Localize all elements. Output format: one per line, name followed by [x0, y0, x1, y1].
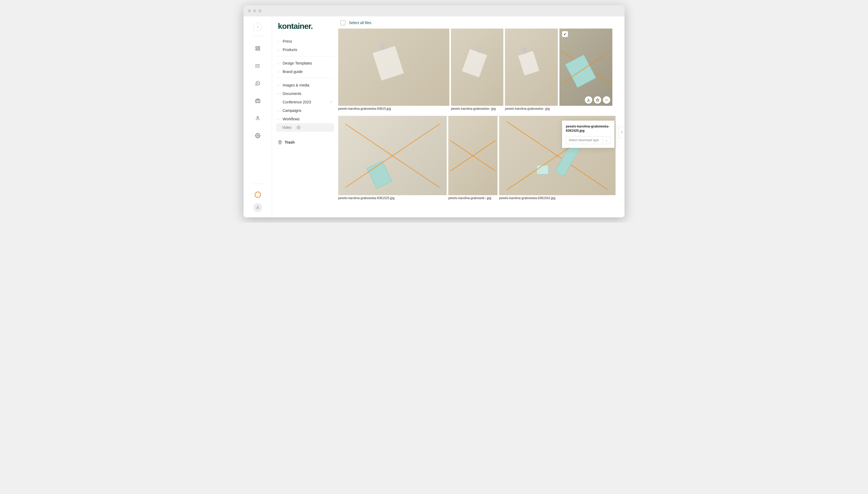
nav-section-2: ›Design Templates ›Brand guide: [276, 59, 334, 78]
nav-item-press[interactable]: ›Press: [276, 37, 334, 45]
help-icon[interactable]: [255, 191, 261, 198]
nav-label: Conference 2023: [283, 100, 311, 104]
svg-marker-16: [596, 98, 599, 101]
nav-item-trash[interactable]: Trash: [276, 136, 334, 148]
svg-rect-1: [258, 46, 260, 48]
svg-point-14: [298, 127, 299, 128]
nav-label: Brand guide: [283, 70, 303, 74]
nav-item-brand-guide[interactable]: ›Brand guide: [276, 68, 334, 76]
svg-point-7: [256, 64, 256, 65]
nav-item-products[interactable]: ›Products: [276, 45, 334, 54]
file-name: pexels-karolina-grabowska~.jpg: [451, 106, 503, 113]
list-icon[interactable]: [253, 61, 262, 71]
app-body: kontainer. ›Press ›Products ›Design Temp…: [243, 16, 625, 217]
chevron-right-icon: ›: [278, 40, 280, 43]
product-shape: [565, 55, 596, 88]
nav-item-workflows[interactable]: ›Workflows: [276, 115, 334, 123]
tile-actions: [585, 96, 610, 104]
select-all-row: Select all files: [338, 20, 625, 28]
popover-filename: pexels-karolina-grabowska-8361520.jpg: [566, 124, 611, 133]
nav-item-conference-2023[interactable]: Conference 2023⠿: [276, 98, 334, 106]
settings-icon[interactable]: [253, 131, 262, 140]
nav-label: Products: [283, 48, 297, 52]
trash-icon: [278, 140, 282, 145]
nav-section-3: ›Images & media ›Documents Conference 20…: [276, 81, 334, 134]
select-all-label: Select all files: [349, 21, 372, 25]
back-button[interactable]: [254, 23, 262, 31]
svg-point-18: [606, 100, 607, 100]
svg-point-17: [605, 100, 606, 100]
sidebar: kontainer. ›Press ›Products ›Design Temp…: [272, 16, 338, 217]
file-thumbnail: [451, 28, 503, 106]
file-thumbnail: [338, 116, 447, 195]
chevron-right-icon: ›: [278, 109, 280, 112]
select-all-checkbox[interactable]: [340, 20, 346, 25]
briefcase-icon[interactable]: [253, 96, 262, 106]
window-close-dot[interactable]: [248, 9, 251, 13]
nav-item-images-media[interactable]: ›Images & media: [276, 81, 334, 89]
download-popover: pexels-karolina-grabowska-8361520.jpg Se…: [562, 120, 614, 148]
product-shape: [462, 49, 487, 78]
select-placeholder: Select download type: [569, 138, 599, 142]
svg-point-9: [256, 67, 256, 68]
product-shape: [536, 165, 549, 174]
file-tile[interactable]: pexels-karolina-grabowska-8361525.jpg: [338, 116, 447, 203]
drag-handle-icon[interactable]: ⠿: [330, 100, 332, 104]
file-thumbnail: [338, 28, 449, 106]
svg-point-11: [257, 116, 259, 118]
grid-icon[interactable]: [253, 44, 262, 53]
file-grid: pexels-karolina-grabowska-83615.jpg pexe…: [338, 28, 625, 203]
more-icon[interactable]: [603, 96, 610, 104]
product-shape: [372, 46, 404, 81]
nav-label: Campaigns: [283, 109, 301, 113]
svg-point-19: [607, 100, 608, 100]
rail-bottom: [253, 184, 263, 212]
file-name: pexels-karolina-grabowsk~.jpg: [448, 195, 498, 203]
nav-item-documents[interactable]: ›Documents: [276, 89, 334, 98]
svg-rect-2: [256, 49, 257, 51]
chat-icon[interactable]: [253, 78, 262, 88]
file-tile[interactable]: pexels-karolina-grabowska~.jpg: [505, 28, 558, 113]
nav-item-video[interactable]: Video: [276, 123, 334, 132]
file-name: pexels-karolina-grabowska-8361525.jpg: [338, 195, 447, 203]
file-tile[interactable]: pexels-karolina-grabowsk~.jpg: [448, 116, 498, 203]
nav-item-campaigns[interactable]: ›Campaigns: [276, 106, 334, 115]
chevron-right-icon: ›: [278, 70, 280, 73]
logo: kontainer.: [276, 22, 334, 31]
window-titlebar: [243, 5, 625, 16]
download-type-select[interactable]: Select download type ⌄: [566, 136, 611, 144]
trash-label: Trash: [285, 140, 295, 145]
window-min-dot[interactable]: [253, 9, 256, 13]
download-icon[interactable]: [585, 96, 592, 104]
svg-rect-3: [258, 49, 260, 51]
nav-label: Images & media: [283, 83, 309, 87]
star-icon[interactable]: [594, 96, 601, 104]
chevron-down-icon: ⌄: [603, 138, 608, 142]
gear-icon[interactable]: [297, 126, 300, 129]
file-name: pexels-karolina-grabowska-8361542.jpg: [499, 195, 615, 203]
app-window: kontainer. ›Press ›Products ›Design Temp…: [243, 5, 625, 217]
chevron-right-icon: ›: [278, 92, 280, 95]
file-tile[interactable]: pexels-karolina-grabowska~.jpg: [451, 28, 503, 113]
file-thumbnail: ✓: [559, 28, 612, 106]
file-thumbnail: [448, 116, 498, 195]
content-area: Select all files pexels-karolina-grabows…: [338, 16, 625, 217]
nav-item-design-templates[interactable]: ›Design Templates: [276, 59, 334, 68]
file-tile[interactable]: ✓: [559, 28, 612, 113]
file-tile[interactable]: pexels-karolina-grabowska-83615.jpg: [338, 28, 449, 113]
svg-point-8: [256, 65, 256, 66]
chevron-right-icon: ›: [278, 83, 280, 87]
selection-check-icon[interactable]: ✓: [562, 31, 568, 37]
window-max-dot[interactable]: [258, 9, 261, 13]
product-shape: [518, 51, 540, 76]
user-icon[interactable]: [253, 113, 262, 123]
nav-label: Workflows: [283, 117, 299, 121]
svg-point-13: [257, 206, 258, 208]
svg-rect-0: [256, 46, 257, 48]
product-shape: [367, 161, 392, 189]
avatar[interactable]: [253, 203, 262, 212]
side-panel-toggle[interactable]: [619, 127, 625, 138]
file-name: pexels-karolina-grabowska~.jpg: [505, 106, 558, 113]
nav-label: Press: [283, 39, 292, 43]
icon-rail: [243, 16, 272, 217]
